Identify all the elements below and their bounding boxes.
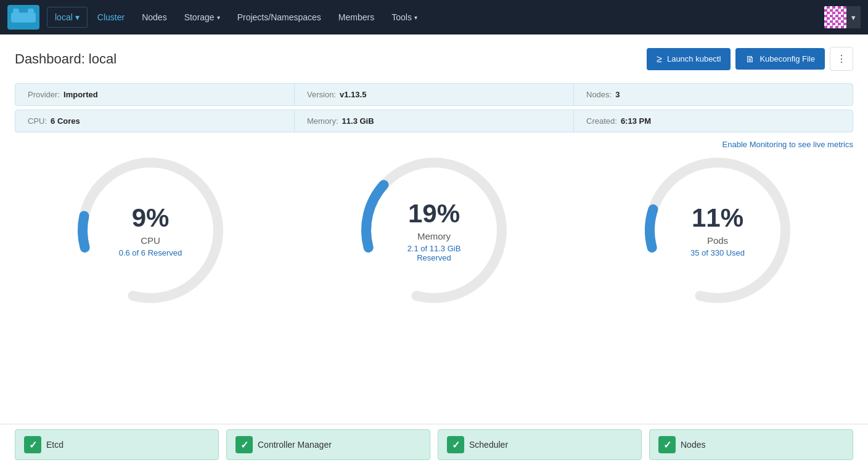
user-avatar[interactable]	[824, 6, 846, 28]
nav-cluster[interactable]: Cluster	[90, 7, 132, 27]
provider-cell: Provider: Imported	[15, 84, 294, 105]
version-label: Version:	[307, 90, 336, 99]
memory-gauge-center: 19% Memory 2.1 of 11.3 GiB Reserved	[394, 199, 474, 262]
pods-gauge-center: 11% Pods 35 of 330 Used	[690, 203, 745, 257]
nav-local[interactable]: local ▾	[47, 7, 88, 28]
pods-gauge-wrapper: 11% Pods 35 of 330 Used	[637, 169, 798, 292]
page-title: Dashboard: local	[15, 51, 117, 67]
cpu-gauge-sub: 0.6 of 6 Reserved	[119, 248, 182, 257]
chevron-down-icon: ▾	[217, 14, 220, 21]
memory-value: 11.3 GiB	[342, 116, 374, 126]
nodes-value: 3	[615, 90, 620, 99]
page-content: Dashboard: local ≥ Launch kubectl 🗎 Kube…	[0, 34, 868, 329]
nav-right: ▾	[824, 6, 861, 28]
created-label: Created:	[586, 116, 617, 126]
cluster-info-row2: CPU: 6 Cores Memory: 11.3 GiB Created: 6…	[15, 110, 853, 132]
cpu-percent: 9%	[119, 203, 182, 233]
memory-gauge-sub: 2.1 of 11.3 GiB Reserved	[394, 244, 474, 262]
memory-label: Memory:	[307, 116, 338, 126]
created-value: 6:13 PM	[621, 116, 651, 126]
nav-members-label: Members	[338, 12, 374, 22]
terminal-icon: ≥	[657, 54, 662, 65]
nav-storage-label: Storage	[184, 12, 215, 22]
nav-projects-label: Projects/Namespaces	[237, 12, 321, 22]
cpu-gauge-label: CPU	[119, 235, 182, 246]
svg-rect-1	[13, 9, 19, 15]
nodes-cell: Nodes: 3	[573, 84, 853, 105]
nav-items: local ▾ Cluster Nodes Storage ▾ Projects…	[47, 7, 824, 28]
kubeconfig-button[interactable]: 🗎 Kubeconfig File	[735, 48, 825, 70]
nav-nodes-label: Nodes	[142, 12, 166, 22]
nav-projects[interactable]: Projects/Namespaces	[230, 7, 329, 27]
launch-kubectl-button[interactable]: ≥ Launch kubectl	[647, 48, 731, 70]
cluster-info-row1: Provider: Imported Version: v1.13.5 Node…	[15, 83, 853, 106]
version-value: v1.13.5	[340, 90, 366, 99]
chevron-down-icon: ▾	[414, 14, 417, 21]
pods-gauge-label: Pods	[690, 235, 745, 246]
cpu-gauge: 9% CPU 0.6 of 6 Reserved	[33, 169, 268, 292]
pods-gauge: 11% Pods 35 of 330 Used	[600, 169, 835, 292]
launch-kubectl-label: Launch kubectl	[667, 54, 721, 63]
pods-gauge-sub: 35 of 330 Used	[690, 248, 745, 257]
memory-gauge: 19% Memory 2.1 of 11.3 GiB Reserved	[317, 169, 551, 292]
provider-label: Provider:	[28, 90, 60, 99]
nav-cluster-label: Cluster	[97, 12, 125, 22]
cpu-gauge-wrapper: 9% CPU 0.6 of 6 Reserved	[70, 169, 231, 292]
cpu-value: 6 Cores	[51, 116, 80, 126]
chevron-down-icon: ▾	[75, 12, 80, 22]
gauges-row: 9% CPU 0.6 of 6 Reserved 19% Memory 2.1 …	[15, 156, 853, 317]
nav-tools[interactable]: Tools ▾	[384, 7, 425, 27]
nav-storage[interactable]: Storage ▾	[177, 7, 227, 27]
svg-rect-2	[28, 9, 34, 15]
cpu-gauge-center: 9% CPU 0.6 of 6 Reserved	[119, 203, 182, 257]
memory-percent: 19%	[394, 199, 474, 228]
app-logo[interactable]	[7, 5, 39, 30]
nodes-label: Nodes:	[586, 90, 612, 99]
pods-percent: 11%	[690, 203, 745, 233]
navigation: local ▾ Cluster Nodes Storage ▾ Projects…	[0, 0, 868, 34]
nav-local-label: local	[55, 12, 73, 22]
created-cell: Created: 6:13 PM	[573, 110, 853, 132]
page-header: Dashboard: local ≥ Launch kubectl 🗎 Kube…	[15, 47, 853, 71]
more-options-button[interactable]: ⋮	[830, 47, 853, 71]
kubeconfig-label: Kubeconfig File	[760, 54, 815, 63]
file-icon: 🗎	[745, 54, 755, 64]
cpu-cell: CPU: 6 Cores	[15, 110, 294, 132]
nav-members[interactable]: Members	[331, 7, 382, 27]
cpu-label: CPU:	[28, 116, 47, 126]
memory-gauge-wrapper: 19% Memory 2.1 of 11.3 GiB Reserved	[354, 169, 514, 292]
nav-tools-label: Tools	[391, 12, 412, 22]
provider-value: Imported	[63, 90, 98, 99]
nav-user-dropdown[interactable]: ▾	[846, 6, 861, 28]
header-actions: ≥ Launch kubectl 🗎 Kubeconfig File ⋮	[647, 47, 853, 71]
memory-gauge-label: Memory	[394, 231, 474, 241]
nav-nodes[interactable]: Nodes	[134, 7, 174, 27]
version-cell: Version: v1.13.5	[294, 84, 573, 105]
memory-cell: Memory: 11.3 GiB	[294, 110, 573, 132]
